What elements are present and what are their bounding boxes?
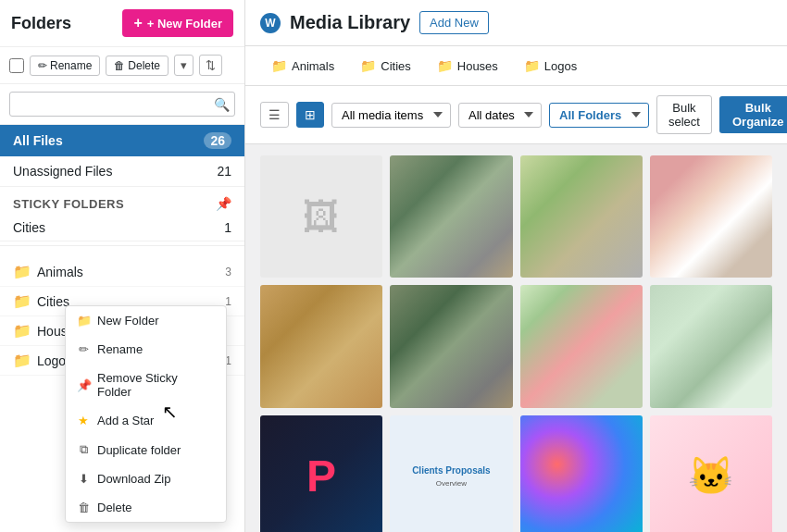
ctx-delete[interactable]: 🗑 Delete — [66, 493, 226, 522]
all-files-item[interactable]: All Files 26 — [0, 125, 244, 156]
main-content: W Media Library Add New 📁 Animals 📁 Citi… — [245, 0, 787, 532]
ctx-add-star-label: Add a Star — [97, 414, 154, 427]
media-item-tree-dock[interactable] — [390, 155, 512, 278]
folder-count: 1 — [225, 295, 231, 308]
copy-icon: ⧉ — [77, 442, 90, 457]
folder-item-animals[interactable]: 📁 Animals 3 — [0, 257, 244, 287]
tab-animals-label: Animals — [292, 59, 334, 73]
media-toolbar: ☰ ⊞ All media items All dates All Folder… — [245, 86, 787, 144]
search-input[interactable] — [9, 92, 235, 117]
tab-cities-label: Cities — [381, 59, 411, 73]
download-icon: ⬇ — [77, 472, 90, 486]
trash-icon: 🗑 — [114, 59, 125, 72]
media-item-tree-hand[interactable] — [650, 285, 772, 407]
tab-houses-label: Houses — [457, 59, 498, 73]
chevron-down-icon[interactable]: ▾ — [174, 55, 194, 76]
ctx-duplicate-label: Duplicate folder — [97, 443, 181, 457]
folder-name: Animals — [37, 265, 83, 279]
all-files-label: All Files — [13, 133, 63, 148]
folder-tabs: 📁 Animals 📁 Cities 📁 Houses 📁 Logos — [245, 46, 787, 86]
list-view-button[interactable]: ☰ — [260, 102, 289, 128]
new-folder-button[interactable]: + + New Folder — [122, 9, 233, 37]
sort-icon[interactable]: ⇅ — [199, 55, 222, 76]
folder-count: 3 — [225, 266, 231, 278]
media-item-colorful[interactable] — [520, 415, 643, 533]
media-item-letter-p[interactable]: P — [260, 415, 382, 533]
ctx-new-folder[interactable]: 📁 New Folder — [66, 306, 226, 335]
search-icon[interactable]: 🔍 — [214, 97, 230, 112]
media-grid: 🖼 P Clients Proposals Overview — [245, 144, 787, 532]
sidebar-title: Folders — [11, 14, 71, 33]
unpin-icon: 📌 — [77, 378, 90, 392]
pin-icon: 📌 — [216, 196, 231, 211]
all-files-count: 26 — [204, 132, 231, 149]
unassigned-files-item[interactable]: Unassigned Files 21 — [0, 156, 244, 187]
ctx-download-zip[interactable]: ⬇ Download Zip — [66, 464, 226, 493]
media-item-desert[interactable] — [260, 285, 382, 407]
sidebar: Folders + + New Folder ✏ Rename 🗑 Delete… — [0, 0, 245, 532]
folder-icon: 📁 — [13, 292, 31, 310]
select-all-checkbox[interactable] — [9, 58, 24, 73]
folder-filter[interactable]: All Folders — [549, 103, 649, 128]
sticky-folders-label: Sticky Folders — [13, 197, 124, 211]
media-item-flowers[interactable] — [520, 285, 643, 407]
tab-cities[interactable]: 📁 Cities — [349, 54, 422, 78]
sidebar-divider — [0, 245, 244, 246]
ctx-rename[interactable]: ✏ Rename — [66, 335, 226, 364]
grid-container: 🖼 P Clients Proposals Overview — [260, 155, 772, 532]
media-item-placeholder[interactable]: 🖼 — [260, 155, 382, 278]
folder-icon: 📁 — [13, 322, 31, 340]
tab-logos-label: Logos — [544, 59, 577, 73]
add-new-button[interactable]: Add New — [419, 11, 489, 34]
folder-icon: 📁 — [524, 58, 540, 73]
plus-icon: + — [133, 15, 142, 31]
sidebar-toolbar: ✏ Rename 🗑 Delete ▾ ⇅ — [0, 47, 244, 84]
tab-logos[interactable]: 📁 Logos — [513, 54, 588, 78]
media-item-cat2[interactable]: 🐱 — [650, 415, 772, 533]
folder-icon: 📁 — [437, 58, 453, 73]
rename-label: Rename — [50, 59, 92, 72]
ctx-remove-sticky-label: Remove Sticky Folder — [97, 371, 215, 399]
pencil-icon: ✏ — [38, 59, 47, 72]
media-type-filter[interactable]: All media items — [331, 103, 451, 128]
grid-view-button[interactable]: ⊞ — [296, 102, 324, 128]
ctx-download-label: Download Zip — [97, 472, 171, 486]
star-icon: ★ — [77, 414, 90, 427]
ctx-remove-sticky[interactable]: 📌 Remove Sticky Folder — [66, 364, 226, 406]
pencil-icon: ✏ — [77, 342, 90, 356]
new-folder-label: + New Folder — [147, 17, 222, 31]
date-filter[interactable]: All dates — [458, 103, 542, 128]
tab-animals[interactable]: 📁 Animals — [260, 54, 345, 78]
ctx-duplicate[interactable]: ⧉ Duplicate folder — [66, 435, 226, 464]
cities-sticky-item[interactable]: Cities 1 — [0, 215, 244, 241]
delete-button[interactable]: 🗑 Delete — [106, 56, 169, 76]
bulk-select-button[interactable]: Bulk select — [656, 95, 712, 134]
media-item-bird[interactable] — [650, 155, 772, 278]
media-item-tree-dock2[interactable] — [390, 285, 512, 407]
main-title: Media Library — [290, 12, 410, 33]
folder-icon: 📁 — [271, 58, 287, 73]
rename-button[interactable]: ✏ Rename — [30, 56, 100, 76]
unassigned-files-count: 21 — [217, 164, 231, 179]
media-item-cat[interactable] — [520, 155, 643, 278]
bulk-organize-button[interactable]: Bulk Organize — [719, 96, 787, 133]
context-menu: 📁 New Folder ✏ Rename 📌 Remove Sticky Fo… — [65, 305, 227, 523]
wp-icon: W — [260, 13, 281, 33]
sidebar-search: 🔍 — [0, 84, 244, 125]
ctx-new-folder-label: New Folder — [97, 314, 158, 328]
sidebar-header: Folders + + New Folder — [0, 0, 244, 47]
folder-icon: 📁 — [13, 352, 31, 369]
folder-icon: 📁 — [360, 58, 376, 73]
media-item-proposals[interactable]: Clients Proposals Overview — [390, 415, 512, 533]
tab-houses[interactable]: 📁 Houses — [426, 54, 509, 78]
ctx-add-star[interactable]: ★ Add a Star — [66, 406, 226, 435]
sticky-folders-header: Sticky Folders 📌 — [0, 187, 244, 215]
delete-label: Delete — [128, 59, 160, 72]
ctx-rename-label: Rename — [97, 342, 143, 356]
main-header: W Media Library Add New — [245, 0, 787, 46]
folder-icon: 📁 — [13, 263, 31, 280]
cities-sticky-label: Cities — [13, 220, 45, 235]
folder-plus-icon: 📁 — [77, 314, 90, 328]
image-placeholder-icon: 🖼 — [303, 196, 340, 238]
cities-sticky-count: 1 — [224, 220, 231, 235]
